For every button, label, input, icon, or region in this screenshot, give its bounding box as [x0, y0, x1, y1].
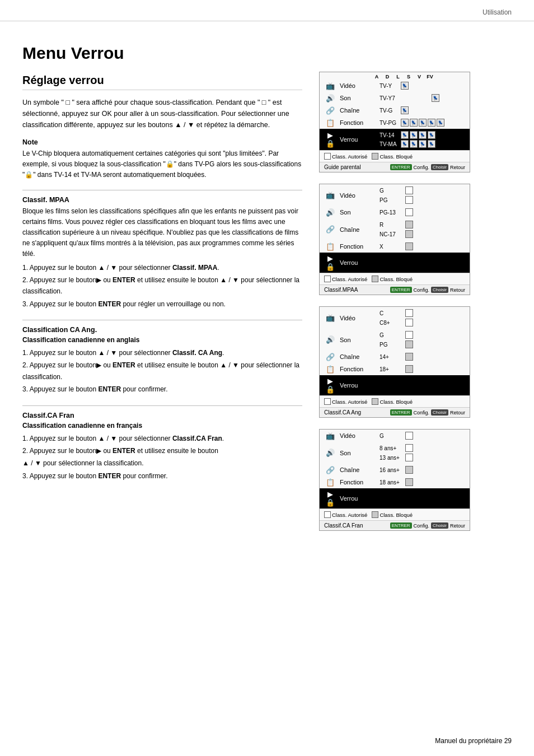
col-FV: FV — [426, 74, 434, 80]
tvy7-box1: 💺 — [432, 94, 439, 102]
menu-item-fonction4: 📋 Fonction 18 ans+ — [320, 476, 470, 488]
fonction-icon1: 📋 — [324, 119, 336, 127]
verrou-label1: Verrou — [340, 136, 376, 143]
panel-tv-ratings: A D L S V FV 📺 Vidéo TV-Y 💺 — [319, 72, 470, 172]
panel4-footer-label: Classif.CA Fran — [324, 522, 363, 529]
legend-box-bloque — [372, 153, 378, 160]
menu-item-son4: 🔊 Son 8 ans+ 13 ans+ — [320, 442, 470, 464]
classif-mpaa-step2: 2. Appuyez sur le bouton▶ ou ENTER et ut… — [22, 274, 302, 297]
menu-item-verrou3: ▶🔒 Verrou — [320, 375, 470, 395]
tvma-box1: 💺 — [401, 140, 409, 148]
left-column: Menu Verrou Réglage verrou Un symbole " … — [22, 38, 302, 531]
fonction-icon3: 📋 — [324, 365, 336, 374]
classif-mpaa-section: Classif. MPAA Bloque les films selon les… — [22, 196, 302, 310]
tvma-box3: 💺 — [419, 140, 427, 148]
classif-ca-fran-step3: 3. Appuyez sur le bouton ENTER pour conf… — [22, 470, 302, 482]
tv14-box1: 💺 — [401, 131, 409, 139]
chaine-icon2: 🔗 — [324, 225, 336, 234]
video-label3: Vidéo — [340, 315, 376, 321]
son-icon4: 🔊 — [324, 449, 336, 457]
verrou-icon2: ▶🔒 — [324, 254, 336, 271]
classif-ca-ang-section: Classification CA Ang. Classification ca… — [22, 326, 302, 395]
classif-mpaa-step1: 1. Appuyez sur le bouton ▲ / ▼ pour séle… — [22, 262, 302, 273]
section1-title: Réglage verrou — [22, 74, 302, 90]
son-label4: Son — [340, 450, 376, 456]
menu-item-fonction3: 📋 Fonction 18+ — [320, 363, 470, 375]
fonction-label3: Fonction — [340, 366, 376, 372]
fonction-label4: Fonction — [340, 479, 376, 486]
tvpg-box3: 💺 — [419, 119, 427, 127]
classif-ca-ang-step2: 2. Appuyez sur le bouton▶ ou ENTER et ut… — [22, 360, 302, 382]
panel1-footer: Guide parental ENTRER Config. Choisir Re… — [320, 162, 470, 172]
utilisation-label: Utilisation — [483, 8, 512, 16]
classif-mpaa-title: Classif. MPAA — [22, 196, 302, 204]
legend-bloque-label: Class. Bloqué — [380, 153, 413, 160]
classif-ca-fran-step1: 1. Appuyez sur le bouton ▲ / ▼ pour séle… — [22, 433, 302, 444]
tvg-box1: 💺 — [401, 106, 409, 114]
page-title: Menu Verrou — [22, 44, 302, 63]
intro-paragraph: Un symbole " □ " sera affiché pour chaqu… — [22, 97, 302, 130]
col-V: V — [415, 74, 423, 80]
son-icon2: 🔊 — [324, 208, 336, 217]
menu-item-fonction1: 📋 Fonction TV-PG 💺 💺 💺 💺 💺 — [320, 116, 470, 129]
fonction-label2: Fonction — [340, 243, 376, 250]
chaine-label2: Chaîne — [340, 226, 376, 233]
tvma-label: TV-MA — [380, 141, 399, 147]
video-icon2: 📺 — [324, 191, 336, 199]
classif-ca-fran-step2: 2. Appuyez sur le bouton▶ ou ENTER et ut… — [22, 445, 302, 456]
video-label4: Vidéo — [340, 432, 376, 439]
menu-item-video3: 📺 Vidéo C C8+ — [320, 307, 470, 329]
classif-ca-ang-title: Classification CA Ang. — [22, 326, 302, 334]
tv14-box2: 💺 — [410, 131, 418, 139]
page-number: Manuel du propriétaire 29 — [435, 737, 512, 745]
chaine-icon3: 🔗 — [324, 353, 336, 361]
video-label2: Vidéo — [340, 192, 376, 199]
panel4-footer: Classif.CA Fran ENTRER Config. Choisir R… — [320, 520, 470, 530]
chaine-icon4: 🔗 — [324, 466, 336, 474]
panel2-footer-label: Classif.MPAA — [324, 287, 358, 293]
son-label1: Son — [340, 95, 376, 101]
footer-config1: Config. — [414, 165, 430, 170]
panel1-footer-buttons: ENTRER Config. Choisir Retour — [390, 164, 465, 170]
legend-autorise: Class. Autorisé — [324, 153, 367, 160]
classif-ca-fran-subtitle: Classification canadienne en français — [22, 422, 302, 430]
tvg-label: TV-G — [380, 108, 399, 114]
legend-box-autorise — [324, 153, 331, 160]
panel-classif-ca-ang: 📺 Vidéo C C8+ 🔊 Son G PG — [319, 306, 470, 418]
classif-ca-ang-step1-bold: Classif. CA Ang — [172, 349, 222, 357]
menu-item-son1: 🔊 Son TV-Y7 💺 — [320, 92, 470, 104]
panel2-footer: Classif.MPAA ENTRER Config. Choisir Reto… — [320, 284, 470, 295]
fonction-icon2: 📋 — [324, 242, 336, 251]
son-icon1: 🔊 — [324, 94, 336, 102]
classif-ca-fran-title: Classif.CA Fran — [22, 412, 302, 419]
tv14-box3: 💺 — [419, 131, 427, 139]
tvy-box1: 💺 — [401, 82, 409, 90]
tv14-box4: 💺 — [428, 131, 435, 139]
panel1-legend: Class. Autorisé Class. Bloqué — [320, 150, 470, 162]
panel-classif-mpaa: 📺 Vidéo G PG 🔊 Son PG-13 🔗 Chaîne — [319, 184, 470, 295]
verrou-icon1: ▶🔒 — [324, 131, 336, 148]
note-block: Note Le V-Chip bloquera automatiquement … — [22, 138, 302, 181]
page-header: Utilisation — [0, 0, 534, 21]
classif-ca-fran-section: Classif.CA Fran Classification canadienn… — [22, 412, 302, 482]
chaine-label4: Chaîne — [340, 466, 376, 473]
panel-classif-ca-fran: 📺 Vidéo G 🔊 Son 8 ans+ 13 ans+ 🔗 Chaî — [319, 429, 470, 531]
choisir-btn1: Choisir — [431, 164, 448, 170]
tvpg-box2: 💺 — [410, 119, 418, 127]
col-A: A — [373, 74, 381, 80]
classif-ca-fran-step1-bold: Classif.CA Fran — [172, 435, 222, 442]
panel4-legend: Class. Autorisé Class. Bloqué — [320, 508, 470, 520]
note-text: Le V-Chip bloquera automatiquement certa… — [22, 148, 302, 181]
footer-retour1: Retour — [450, 165, 465, 170]
menu-item-son3: 🔊 Son G PG — [320, 329, 470, 351]
menu-item-chaine3: 🔗 Chaîne 14+ — [320, 351, 470, 363]
chaine-label1: Chaîne — [340, 107, 376, 114]
panel2-legend: Class. Autorisé Class. Bloqué — [320, 273, 470, 284]
enter-btn1: ENTRER — [390, 164, 412, 170]
verrou-icon3: ▶🔒 — [324, 377, 336, 394]
menu-item-son2: 🔊 Son PG-13 — [320, 206, 470, 218]
video-icon4: 📺 — [324, 432, 336, 440]
classif-ca-ang-step1: 1. Appuyez sur le bouton ▲ / ▼ pour séle… — [22, 347, 302, 358]
tvma-box2: 💺 — [410, 140, 418, 148]
menu-item-chaine2: 🔗 Chaîne R NC-17 — [320, 218, 470, 240]
